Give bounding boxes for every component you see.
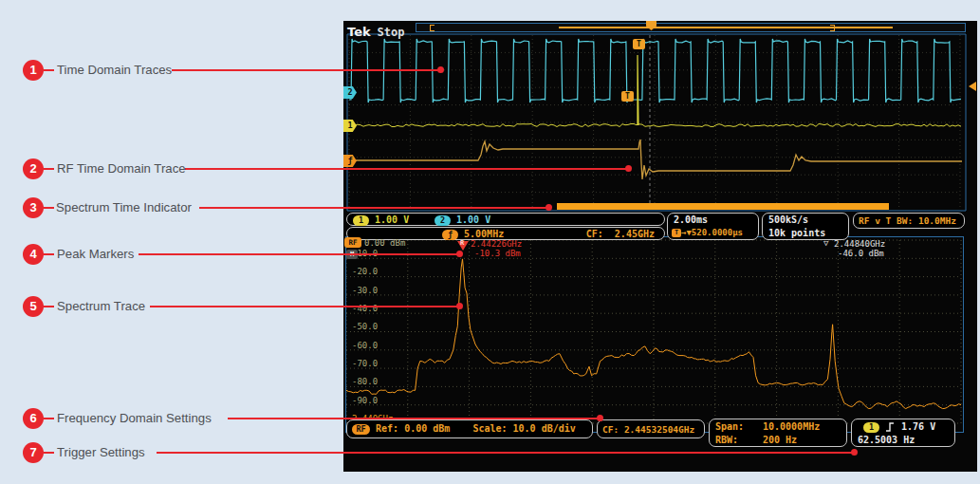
record-length: 10k points <box>768 228 825 238</box>
annotated-oscilloscope-figure: 1 Time Domain Traces 2 RF Time Domain Tr… <box>0 0 980 484</box>
callout-1-stub <box>44 69 54 71</box>
callout-5-label: Spectrum Trace <box>57 299 145 313</box>
zoom-bracket-right-icon <box>830 25 835 31</box>
callout-1-label: Time Domain Traces <box>57 63 172 77</box>
callout-7-label: Trigger Settings <box>57 445 145 459</box>
trigger-delay-value: 520.0000µs <box>692 228 743 237</box>
trigger-delay-t-icon: T <box>672 229 681 237</box>
rising-edge-icon <box>885 421 896 433</box>
spectrum-time-preview-bar <box>559 27 893 28</box>
callout-6-stub <box>44 418 54 419</box>
rf-trigger-t-badge: T <box>621 91 634 102</box>
callout-5-stub <box>44 306 54 307</box>
callout-4-label: Peak Markers <box>57 247 134 261</box>
callout-3-badge: 3 <box>23 197 44 218</box>
center-frequency-setting: CF: 2.44532504GHz <box>602 424 694 435</box>
callout-7-stub <box>44 452 54 454</box>
callout-4-badge: 4 <box>23 244 44 265</box>
rf-time-domain-trace <box>349 140 962 179</box>
callout-1-badge: 1 <box>23 60 44 81</box>
rf-reference-scale-box[interactable]: RF Ref: 0.00 dBm Scale: 10.0 dB/div <box>346 419 593 438</box>
callout-3-stub <box>44 207 54 209</box>
callout-2-label: RF Time Domain Trace <box>57 161 186 176</box>
spectrum-ytick: -20.0 <box>352 267 378 276</box>
callout-5-badge: 5 <box>23 296 44 317</box>
acquisition-preview-strip[interactable] <box>416 23 966 32</box>
span-label: Span: <box>715 421 744 432</box>
callout-1-dot <box>437 66 444 73</box>
callout-2-line <box>185 168 628 170</box>
callout-6-dot <box>597 415 603 421</box>
callout-2-stub <box>44 168 54 170</box>
callout-5-dot <box>456 303 463 309</box>
spectrum-ytick: -80.0 <box>352 377 378 386</box>
trigger-level-arrow-icon[interactable] <box>969 82 976 91</box>
status-bar: TekStop <box>347 22 405 40</box>
rf-vt-bandwidth: RF v T BW: 10.0MHz <box>859 215 956 226</box>
horizontal-readout-box[interactable]: 2.00ms T→▼520.0000µs <box>667 213 759 240</box>
trigger-source-badge: 1 <box>863 422 879 433</box>
callout-2-badge: 2 <box>23 158 44 179</box>
acquisition-readout-box[interactable]: 500kS/s 10k points <box>762 213 849 240</box>
span-value: 10.0000MHz <box>763 421 820 432</box>
rbw-value: 200 Hz <box>763 435 797 445</box>
callout-7-line <box>157 452 854 454</box>
reference-level-label: 0.00 dBm <box>364 238 405 248</box>
center-frequency-box[interactable]: CF: 2.44532504GHz <box>597 419 705 438</box>
reference-marker-letter: R <box>460 239 464 247</box>
peak-marker-icon[interactable]: ▽ <box>823 238 828 248</box>
spectrum-ytick: -70.0 <box>352 359 378 368</box>
trigger-t-badge: T <box>633 39 645 49</box>
rf-view-badge[interactable]: RF <box>344 237 361 248</box>
spectrum-ytick: -90.0 <box>352 396 378 405</box>
oscilloscope-screen: TekStop T T 2 1 ƒ 1 1.00 V 2 1.00 V ƒ 5.… <box>343 21 977 472</box>
vertical-scale-setting: Scale: 10.0 dB/div <box>472 423 575 434</box>
spectrum-time-indicator-bar[interactable] <box>557 203 889 210</box>
spectrum-ytick: -60.0 <box>352 341 378 350</box>
peak-marker-frequency: 2.44840GHz <box>834 239 885 249</box>
trigger-level-value: 1.76 V <box>901 421 935 432</box>
callout-6-badge: 6 <box>23 408 44 429</box>
trigger-frequency-value: 62.5003 Hz <box>858 435 915 445</box>
sample-rate: 500kS/s <box>768 214 808 225</box>
callout-4-dot <box>456 251 463 257</box>
span-rbw-box[interactable]: Span: 10.0000MHz RBW: 200 Hz <box>709 419 847 447</box>
rbw-label: RBW: <box>715 435 738 445</box>
callout-6-line <box>228 418 600 419</box>
rf-vt-bandwidth-box[interactable]: RF v T BW: 10.0MHz <box>853 213 965 229</box>
ch2-badge-icon: 2 <box>435 215 451 226</box>
callout-3-dot <box>545 204 552 211</box>
ch2-scale: 1.00 V <box>456 214 490 225</box>
rf-settings-badge: RF <box>352 424 370 435</box>
time-per-div: 2.00ms <box>674 214 708 225</box>
peak-marker-amplitude: -46.0 dBm <box>838 249 884 258</box>
callout-4-stub <box>44 253 54 255</box>
ch1-trigger-glitch <box>638 55 638 125</box>
callout-7-badge: 7 <box>23 442 44 463</box>
channel-readout-box[interactable]: 1 1.00 V 2 1.00 V <box>346 213 665 226</box>
callout-3-line <box>199 207 548 209</box>
spectrum-ytick: -30.0 <box>352 286 378 295</box>
ch1-scale: 1.00 V <box>375 214 409 225</box>
callout-7-dot <box>851 449 858 456</box>
callout-3-label: Spectrum Time Indicator <box>56 200 192 214</box>
acquisition-status: Stop <box>378 26 405 39</box>
trigger-settings-box[interactable]: 1 1.76 V 62.5003 Hz <box>851 419 955 447</box>
callout-6-label: Frequency Domain Settings <box>57 411 212 425</box>
cf-label: CF: <box>586 229 603 239</box>
ch1-badge-icon: 1 <box>353 215 369 226</box>
callout-5-line <box>150 306 460 307</box>
reference-marker-amplitude: -10.3 dBm <box>474 249 521 258</box>
callout-1-line <box>172 69 440 71</box>
trigger-delay-prefix: →▼ <box>681 228 692 237</box>
spectrum-ytick: -50.0 <box>352 322 378 331</box>
reference-level-setting: Ref: 0.00 dBm <box>376 423 450 434</box>
reference-marker-frequency: 2.44226GHz <box>471 239 522 249</box>
callout-2-dot <box>625 165 632 172</box>
callout-4-line <box>139 253 460 255</box>
spectrum-window-frame <box>345 236 964 433</box>
cf-value: 2.45GHz <box>615 229 655 239</box>
zoom-bracket-left-icon <box>430 25 435 31</box>
rf-scale: 5.00MHz <box>464 229 504 239</box>
rf-badge-icon: ƒ <box>442 230 458 240</box>
